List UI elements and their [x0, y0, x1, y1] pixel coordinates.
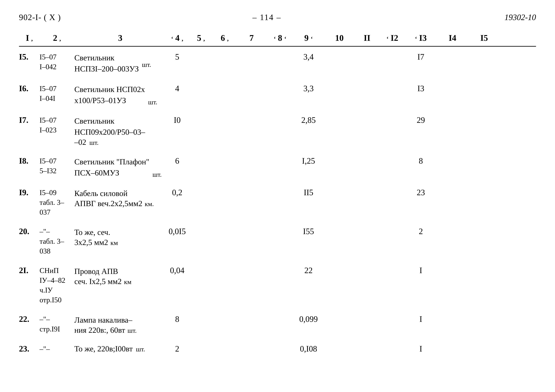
row-qty: 0,0I5 [166, 227, 188, 236]
page-header: 902-I- ( X ) – 114 – 19302-10 [19, 13, 536, 22]
row-name: То же, сеч. 3х2,5 мм2 км [74, 227, 166, 247]
table-row: I9. I5–09 табл. 3–037 Кабель силовой АПВ… [19, 182, 536, 221]
row-num: I6. [19, 84, 40, 93]
table-row: 23. –"– То же, 220в;I00вт шт. 2 0,I08 I [19, 339, 536, 358]
col-header-9: 9 ‘ [293, 33, 324, 43]
row-num: I5. [19, 52, 40, 62]
row-total: 23 [405, 188, 437, 197]
row-total: I3 [405, 84, 437, 93]
row-mass: 3,4 [293, 52, 324, 62]
header-center: – 114 – [253, 13, 281, 22]
row-qty: 4 [166, 84, 188, 93]
row-name: Светильник НСПЗІ–200–003УЗ шт. [74, 52, 166, 74]
row-ref: СНиП IУ–4–82 ч.IУ отр.I50 [40, 266, 74, 305]
row-name: Кабель силовой АПВГ веч.2х2,5мм2 км. [74, 188, 166, 208]
col-header-7: 7 [236, 33, 267, 43]
row-name: Светильник "Плафон" ПСХ–60МУЗ шт. [74, 156, 166, 178]
row-total: I [405, 344, 437, 353]
row-mass: 22 [293, 266, 324, 275]
row-qty: 0,04 [166, 266, 188, 275]
col-header-5: 5 , [188, 33, 214, 43]
col-header-3: 3 [74, 33, 166, 43]
row-num: I7. [19, 115, 40, 125]
row-qty: I0 [166, 115, 188, 125]
row-ref: –"– табл. 3–038 [40, 227, 74, 256]
row-name: То же, 220в;I00вт шт. [74, 344, 166, 353]
col-header-10: 10 [324, 33, 354, 43]
row-total: 2 [405, 227, 437, 236]
row-ref: I5–07 5–I32 [40, 156, 74, 176]
row-mass: I,25 [293, 156, 324, 165]
col-header-1: I , [19, 33, 40, 43]
row-qty: 5 [166, 52, 188, 62]
row-ref: –"– [40, 344, 74, 354]
table-row: 22. –"– стр.I9I Лампа накалива– ния 220в… [19, 309, 536, 339]
row-num: 22. [19, 314, 40, 324]
col-header-12: ‘ I2 [380, 33, 405, 43]
page: 902-I- ( X ) – 114 – 19302-10 I , 2 , 3 … [0, 0, 555, 392]
table-row: I5. I5–07 I–042 Светильник НСПЗІ–200–003… [19, 47, 536, 78]
row-ref: –"– стр.I9I [40, 314, 74, 334]
row-total: 29 [405, 115, 437, 125]
row-mass: 2,85 [293, 115, 324, 125]
col-header-14: I4 [437, 33, 468, 43]
data-rows: I5. I5–07 I–042 Светильник НСПЗІ–200–003… [19, 47, 536, 358]
col-header-15: I5 [468, 33, 500, 43]
table-row: I8. I5–07 5–I32 Светильник "Плафон" ПСХ–… [19, 151, 536, 182]
row-num: 2I. [19, 266, 40, 275]
row-mass: I55 [293, 227, 324, 236]
row-name: Светильник НСП02х х100/Р53–01УЗ шт. [74, 84, 166, 106]
col-header-2: 2 , [40, 33, 74, 43]
row-qty: 0,2 [166, 188, 188, 197]
row-name: Светильник НСП09х200/Р50–03– –02 шт. [74, 115, 166, 147]
row-mass: 3,3 [293, 84, 324, 93]
row-num: I8. [19, 156, 40, 165]
col-header-6: 6 , [214, 33, 236, 43]
row-num: I9. [19, 188, 40, 197]
row-total: I7 [405, 52, 437, 62]
row-total: 8 [405, 156, 437, 165]
col-header-11: II [354, 33, 380, 43]
col-header-13: ‘ I3 [405, 33, 437, 43]
col-header-4: ‘ 4 , [166, 33, 188, 43]
row-qty: 8 [166, 314, 188, 324]
row-qty: 2 [166, 344, 188, 353]
table-row: I6. I5–07 I–04I Светильник НСП02х х100/Р… [19, 78, 536, 110]
header-left: 902-I- ( X ) [19, 13, 61, 22]
table-row: I7. I5–07 I–023 Светильник НСП09х200/Р50… [19, 110, 536, 151]
row-ref: I5–07 I–023 [40, 115, 74, 135]
row-total: I [405, 266, 437, 275]
row-ref: I5–09 табл. 3–037 [40, 188, 74, 217]
row-qty: 6 [166, 156, 188, 165]
column-headers: I , 2 , 3 ‘ 4 , 5 , 6 , 7 ‘ 8 ‘ 9 ‘ 10 I… [19, 28, 536, 47]
header-right: 19302-10 [504, 13, 536, 22]
row-mass: 0,I08 [293, 344, 324, 353]
table-row: 20. –"– табл. 3–038 То же, сеч. 3х2,5 мм… [19, 221, 536, 260]
row-mass: II5 [293, 188, 324, 197]
row-ref: I5–07 I–04I [40, 84, 74, 103]
row-name: Лампа накалива– ния 220в:, 60вт шт. [74, 314, 166, 335]
row-num: 20. [19, 227, 40, 236]
row-total: I [405, 314, 437, 324]
row-name: Провод АПВ сеч. Iх2,5 мм2 км [74, 266, 166, 286]
row-num: 23. [19, 344, 40, 353]
row-ref: I5–07 I–042 [40, 52, 74, 72]
col-header-8: ‘ 8 ‘ [267, 33, 293, 43]
table-row: 2I. СНиП IУ–4–82 ч.IУ отр.I50 Провод АПВ… [19, 260, 536, 309]
row-mass: 0,099 [293, 314, 324, 324]
